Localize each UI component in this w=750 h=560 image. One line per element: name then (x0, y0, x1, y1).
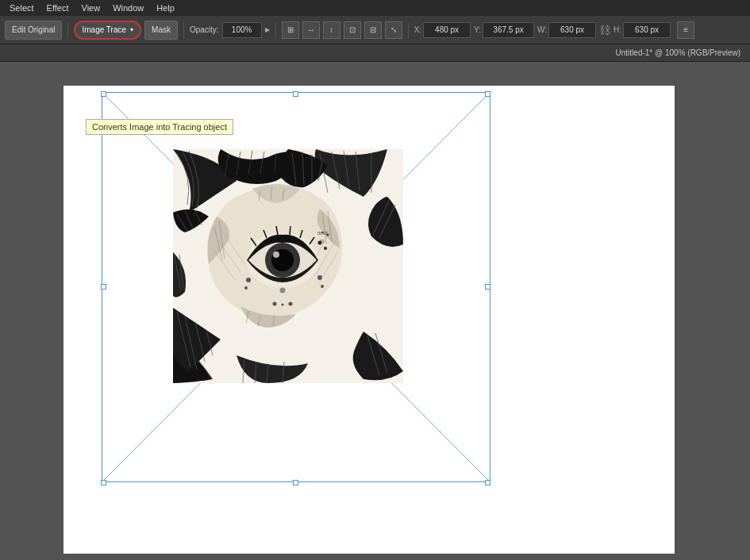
x-coord-group: X: (414, 22, 471, 38)
handle-middle-right[interactable] (485, 284, 490, 290)
w-input[interactable] (548, 22, 596, 38)
opacity-stepper-up[interactable]: ▶ (265, 26, 270, 33)
artwork-image: 0001 01 (173, 149, 403, 383)
menu-window[interactable]: Window (106, 2, 150, 14)
y-label: Y: (474, 25, 481, 34)
h-input[interactable] (623, 22, 671, 38)
x-label: X: (414, 25, 421, 34)
handle-top-center[interactable] (293, 91, 298, 97)
menubar: Select Effect View Window Help (0, 0, 750, 16)
menu-view[interactable]: View (75, 2, 107, 14)
document-titlebar: Untitled-1* @ 100% (RGB/Preview) (0, 44, 750, 62)
handle-top-left[interactable] (101, 91, 106, 97)
toolbar: Edit Original Image Trace ▾ Mask Opacity… (0, 16, 750, 44)
handle-top-right[interactable] (485, 91, 490, 97)
handle-bottom-left[interactable] (101, 480, 106, 485)
mask-button[interactable]: Mask (144, 21, 178, 40)
more-options-icon[interactable]: ≡ (677, 21, 694, 39)
svg-point-54 (317, 275, 322, 280)
svg-point-55 (244, 286, 248, 290)
distribute-icon[interactable]: ⊟ (364, 21, 382, 39)
svg-point-56 (321, 285, 324, 288)
menu-help[interactable]: Help (150, 2, 181, 14)
svg-point-53 (246, 278, 251, 282)
tooltip-text: Converts Image into Tracing object (92, 122, 227, 132)
image-trace-dropdown-arrow: ▾ (130, 26, 133, 33)
x-input[interactable] (423, 22, 471, 38)
y-input[interactable] (483, 22, 534, 38)
separator-3 (275, 22, 276, 38)
align-icon-4[interactable]: ⊡ (344, 21, 361, 39)
opacity-label: Opacity: (190, 25, 219, 34)
w-coord-group: W: (537, 22, 596, 38)
svg-line-40 (290, 226, 290, 235)
document-title: Untitled-1* @ 100% (RGB/Preview) (616, 48, 740, 57)
transform-icon[interactable]: ⤡ (385, 21, 402, 39)
handle-middle-left[interactable] (101, 284, 106, 290)
svg-point-49 (280, 288, 286, 293)
handle-bottom-right[interactable] (485, 480, 490, 485)
edit-original-button[interactable]: Edit Original (5, 21, 62, 40)
svg-point-50 (273, 302, 277, 306)
menu-effect[interactable]: Effect (40, 2, 75, 14)
y-coord-group: Y: (474, 22, 534, 38)
image-trace-button[interactable]: Image Trace ▾ (74, 21, 141, 40)
h-coord-group: H: (613, 22, 671, 38)
svg-point-36 (273, 251, 279, 258)
align-icon-1[interactable]: ⊞ (282, 21, 299, 39)
svg-text:0001: 0001 (317, 231, 329, 236)
svg-point-51 (289, 302, 293, 306)
chain-link-icon[interactable]: ⛓ (599, 24, 610, 36)
h-label: H: (613, 25, 621, 34)
separator-2 (183, 22, 184, 38)
w-label: W: (537, 25, 547, 34)
handle-bottom-center[interactable] (293, 480, 298, 485)
align-icon-3[interactable]: ↕ (323, 21, 340, 39)
image-trace-label: Image Trace (82, 25, 126, 34)
align-icon-2[interactable]: ↔ (302, 21, 320, 39)
opacity-input[interactable] (222, 22, 262, 38)
separator-4 (408, 22, 409, 38)
svg-point-52 (282, 304, 284, 306)
separator-1 (67, 22, 68, 38)
canvas-area: 0001 01 (0, 62, 750, 560)
svg-point-44 (324, 247, 327, 250)
menu-select[interactable]: Select (3, 2, 40, 14)
image-trace-tooltip: Converts Image into Tracing object (86, 119, 233, 135)
